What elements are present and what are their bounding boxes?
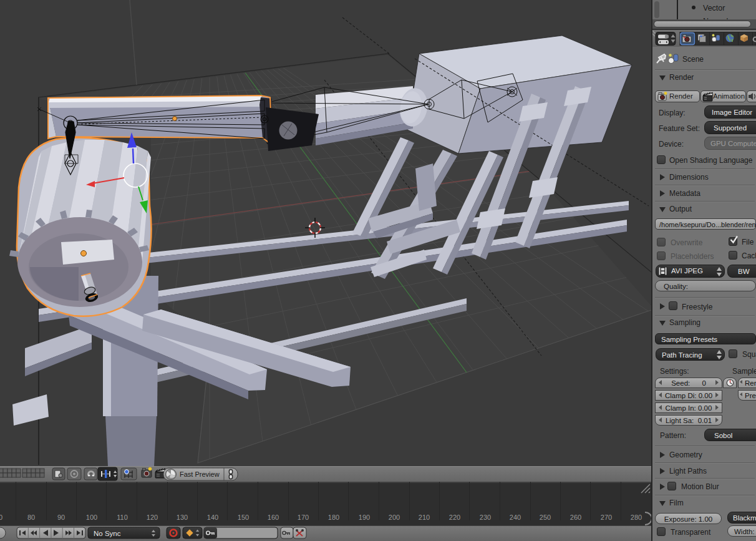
svg-text:No Sync: No Sync xyxy=(94,530,121,537)
svg-text:Fast Preview: Fast Preview xyxy=(180,470,220,478)
